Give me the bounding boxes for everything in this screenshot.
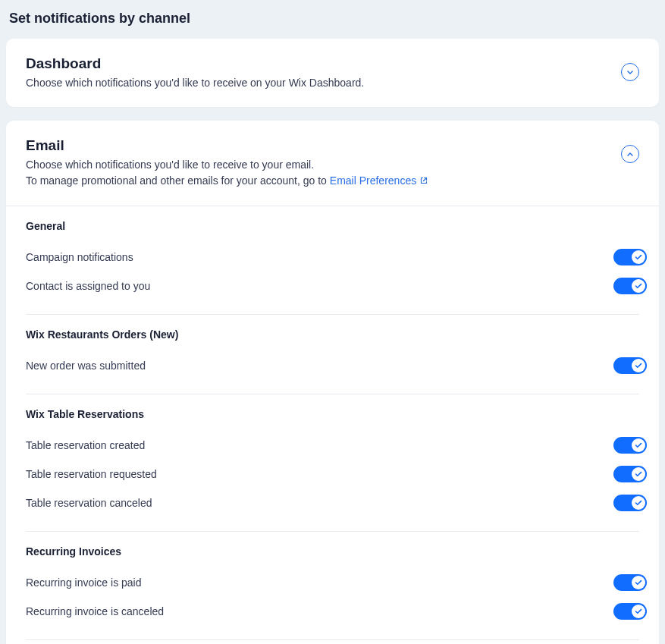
dashboard-desc: Choose which notifications you'd like to… bbox=[26, 75, 621, 90]
setting-row: Recurring invoice is canceled bbox=[6, 597, 659, 626]
setting-label: Table reservation created bbox=[26, 439, 145, 451]
email-desc-line2-prefix: To manage promotional and other emails f… bbox=[26, 174, 330, 187]
setting-label: Recurring invoice is paid bbox=[26, 576, 142, 589]
toggle[interactable] bbox=[613, 249, 647, 265]
setting-row: New order was submitted bbox=[6, 351, 659, 380]
check-icon bbox=[635, 500, 642, 506]
check-icon bbox=[635, 580, 642, 586]
toggle-knob bbox=[632, 279, 645, 293]
external-link-icon bbox=[419, 174, 428, 189]
toggle-knob bbox=[632, 496, 645, 510]
dashboard-card: Dashboard Choose which notifications you… bbox=[6, 39, 659, 107]
chevron-up-icon bbox=[627, 152, 633, 156]
toggle-knob bbox=[632, 359, 645, 372]
toggle[interactable] bbox=[613, 495, 647, 511]
setting-label: Contact is assigned to you bbox=[26, 280, 150, 292]
email-card-body: GeneralCampaign notificationsContact is … bbox=[6, 206, 659, 644]
toggle-knob bbox=[632, 576, 645, 589]
setting-row: Recurring invoice is paid bbox=[6, 568, 659, 597]
dashboard-card-header: Dashboard Choose which notifications you… bbox=[6, 39, 659, 107]
check-icon bbox=[635, 283, 642, 289]
toggle[interactable] bbox=[613, 437, 647, 454]
setting-row: Contact is assigned to you bbox=[6, 272, 659, 300]
section-title: Recurring Invoices bbox=[26, 545, 639, 558]
expand-dashboard-button[interactable] bbox=[621, 63, 639, 81]
toggle[interactable] bbox=[613, 603, 647, 620]
email-preferences-link-label: Email Preferences bbox=[330, 174, 416, 187]
page-title: Set notifications by channel bbox=[6, 0, 659, 39]
section-title: Wix Table Reservations bbox=[26, 408, 639, 420]
section-title: General bbox=[26, 220, 639, 232]
email-card: Email Choose which notifications you'd l… bbox=[6, 121, 659, 644]
toggle[interactable] bbox=[613, 574, 647, 591]
check-icon bbox=[635, 471, 642, 477]
chevron-down-icon bbox=[627, 71, 633, 74]
toggle-knob bbox=[632, 250, 645, 264]
setting-row: Table reservation canceled bbox=[6, 488, 659, 517]
email-preferences-link[interactable]: Email Preferences bbox=[330, 174, 428, 187]
toggle[interactable] bbox=[613, 357, 647, 374]
setting-label: Campaign notifications bbox=[26, 251, 133, 263]
email-header-text: Email Choose which notifications you'd l… bbox=[26, 137, 621, 189]
email-desc-line1: Choose which notifications you'd like to… bbox=[26, 159, 314, 171]
collapse-email-button[interactable] bbox=[621, 145, 639, 163]
dashboard-title: Dashboard bbox=[26, 55, 621, 72]
toggle-knob bbox=[632, 438, 645, 452]
email-title: Email bbox=[26, 137, 621, 154]
toggle-knob bbox=[632, 467, 645, 481]
check-icon bbox=[635, 254, 642, 260]
settings-section: TasksTask is due bbox=[6, 640, 659, 644]
settings-section: Wix Restaurants Orders (New)New order wa… bbox=[6, 315, 659, 383]
toggle[interactable] bbox=[613, 278, 647, 294]
settings-section: Wix Table ReservationsTable reservation … bbox=[6, 394, 659, 520]
setting-label: Recurring invoice is canceled bbox=[26, 605, 164, 617]
check-icon bbox=[635, 608, 642, 614]
email-card-header: Email Choose which notifications you'd l… bbox=[6, 121, 659, 206]
email-desc: Choose which notifications you'd like to… bbox=[26, 157, 621, 189]
setting-row: Table reservation requested bbox=[6, 460, 659, 488]
settings-section: Recurring InvoicesRecurring invoice is p… bbox=[6, 532, 659, 629]
check-icon bbox=[635, 442, 642, 448]
toggle[interactable] bbox=[613, 466, 647, 482]
section-title: Wix Restaurants Orders (New) bbox=[26, 328, 639, 341]
toggle-knob bbox=[632, 605, 645, 618]
setting-row: Table reservation created bbox=[6, 431, 659, 460]
setting-label: New order was submitted bbox=[26, 360, 146, 372]
settings-section: GeneralCampaign notificationsContact is … bbox=[6, 206, 659, 303]
setting-label: Table reservation requested bbox=[26, 468, 157, 480]
setting-label: Table reservation canceled bbox=[26, 497, 152, 509]
dashboard-header-text: Dashboard Choose which notifications you… bbox=[26, 55, 621, 90]
check-icon bbox=[635, 363, 642, 369]
setting-row: Campaign notifications bbox=[6, 243, 659, 272]
